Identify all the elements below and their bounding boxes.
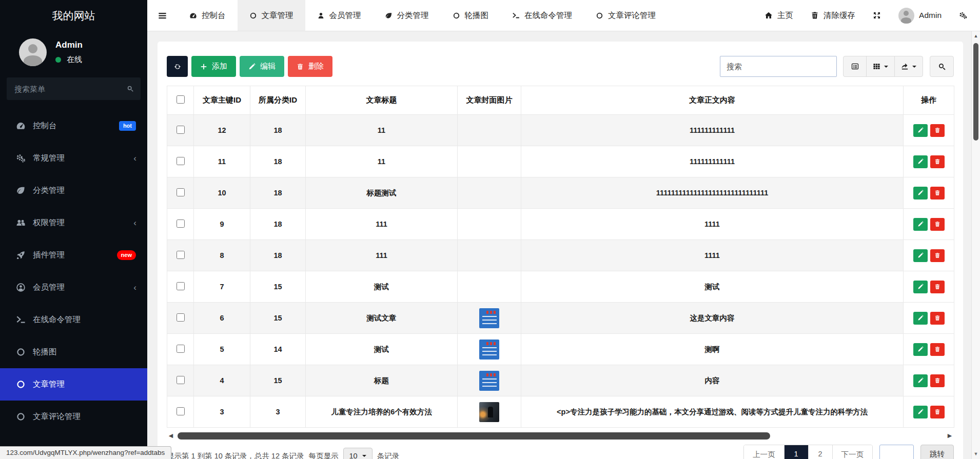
tab-4[interactable]: 轮播图 [441,0,501,31]
delete-button[interactable]: 删除 [288,56,332,77]
select-all-checkbox[interactable] [177,95,185,104]
admin-user-menu[interactable]: Admin [890,8,950,24]
tab-3[interactable]: 分类管理 [373,0,441,31]
sidebar-item-4[interactable]: 插件管理new [0,239,147,271]
row-select-cell [167,177,194,209]
menu-search-input[interactable] [7,77,141,100]
search-submit-button[interactable] [930,56,954,77]
row-checkbox[interactable] [177,188,185,196]
vertical-scrollbar-thumb[interactable] [973,43,978,141]
row-checkbox[interactable] [177,282,185,290]
avatar [898,8,914,24]
row-delete-button[interactable] [930,218,945,231]
street-photo-thumbnail[interactable] [479,402,499,422]
user-panel[interactable]: Admin 在线 [0,32,147,71]
gears-icon [16,153,26,163]
page-button-2[interactable]: 2 [809,445,833,459]
row-edit-button[interactable] [913,249,928,262]
article-title-cell: 标题测试 [306,177,458,209]
scroll-down-arrow[interactable]: ▼ [972,452,980,456]
row-delete-button[interactable] [930,312,945,325]
prev-page-button[interactable]: 上一页 [744,445,785,459]
sidebar-toggle-button[interactable] [147,11,178,21]
row-delete-button[interactable] [930,187,945,199]
row-checkbox[interactable] [177,376,185,384]
row-edit-button[interactable] [913,312,928,325]
edit-button[interactable]: 编辑 [240,56,284,77]
tab-6[interactable]: 文章评论管理 [584,0,668,31]
row-checkbox[interactable] [177,345,185,353]
tab-2[interactable]: 会员管理 [305,0,373,31]
row-edit-button[interactable] [913,281,928,293]
sidebar-item-1[interactable]: 常规管理‹ [0,142,147,174]
row-delete-button[interactable] [930,155,945,168]
row-delete-button[interactable] [930,343,945,356]
row-checkbox[interactable] [177,219,185,228]
caret-down-icon [884,66,888,70]
pencil-icon [917,252,924,258]
row-edit-button[interactable] [913,187,928,199]
row-edit-button[interactable] [913,218,928,231]
blue-form-thumbnail[interactable] [479,371,499,391]
per-page-select[interactable]: 10 [343,448,373,459]
row-checkbox[interactable] [177,407,185,415]
row-delete-button[interactable] [930,281,945,293]
sidebar-item-0[interactable]: 控制台hot [0,110,147,142]
columns-button[interactable] [866,56,895,77]
refresh-button[interactable] [167,56,188,77]
scroll-right-arrow[interactable]: ▶ [946,433,954,438]
home-link[interactable]: 主页 [756,10,802,21]
row-delete-button[interactable] [930,249,945,262]
row-checkbox[interactable] [177,157,185,165]
add-button[interactable]: 添加 [191,56,236,77]
page-jump-input[interactable] [879,445,914,459]
tab-label: 会员管理 [329,10,361,21]
next-page-button[interactable]: 下一页 [833,445,873,459]
sidebar-item-3[interactable]: 权限管理‹ [0,207,147,239]
column-header-4: 文章正文内容 [521,86,904,115]
row-delete-button[interactable] [930,124,945,137]
row-edit-button[interactable] [913,374,928,387]
article-title-cell: 111 [306,209,458,240]
scroll-up-arrow[interactable]: ▲ [972,34,980,38]
row-delete-button[interactable] [930,374,945,387]
sidebar-item-9[interactable]: 文章评论管理 [0,401,147,433]
sidebar-item-6[interactable]: 在线命令管理 [0,304,147,336]
horizontal-scrollbar-thumb[interactable] [178,432,770,440]
article-title-cell: 111 [306,240,458,271]
toggle-view-button[interactable] [843,56,867,77]
tab-0[interactable]: 控制台 [178,0,238,31]
page-jump-button[interactable]: 跳转 [920,445,954,459]
article-title-cell: 11 [306,146,458,177]
clear-cache-label: 清除缓存 [824,10,855,21]
article-id-cell: 12 [194,115,250,146]
tab-5[interactable]: 在线命令管理 [500,0,584,31]
blue-form-thumbnail[interactable] [479,308,499,328]
row-edit-button[interactable] [913,406,928,418]
table-row: 33儿童专注力培养的6个有效方法<p>专注力是孩子学习能力的基础，本文分享通过游… [167,396,954,428]
settings-button[interactable] [950,11,976,19]
row-checkbox[interactable] [177,251,185,259]
sidebar-item-5[interactable]: 会员管理‹ [0,271,147,304]
export-button[interactable] [894,56,923,77]
add-label: 添加 [212,62,227,71]
row-checkbox[interactable] [177,313,185,322]
row-checkbox[interactable] [177,126,185,134]
sidebar-item-2[interactable]: 分类管理 [0,174,147,207]
row-edit-button[interactable] [913,343,928,356]
sidebar-item-8[interactable]: 文章管理 [0,368,147,401]
sidebar-item-7[interactable]: 轮播图 [0,336,147,368]
article-title-cell: 测试 [306,334,458,365]
row-edit-button[interactable] [913,155,928,168]
pagination: 上一页12下一页 [743,445,873,459]
page-button-1[interactable]: 1 [785,445,809,459]
clear-cache-button[interactable]: 清除缓存 [802,10,864,21]
tab-1[interactable]: 文章管理 [238,0,305,31]
row-delete-button[interactable] [930,406,945,418]
fullscreen-button[interactable] [864,11,890,19]
table-search-input[interactable] [720,56,837,77]
scroll-left-arrow[interactable]: ◀ [167,433,175,438]
article-content-cell: 111111111111 [521,115,904,146]
blue-form-thumbnail[interactable] [479,340,499,360]
row-edit-button[interactable] [913,124,928,137]
